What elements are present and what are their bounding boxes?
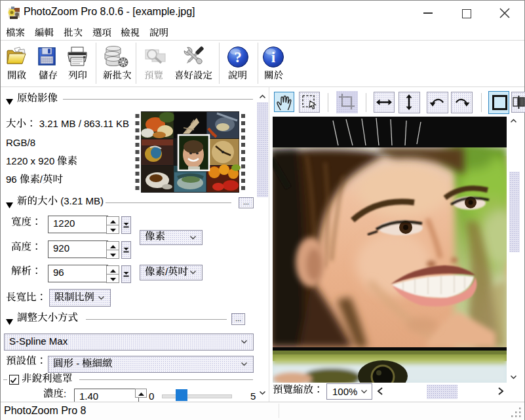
svg-text:i: i [271,49,276,66]
svg-text:?: ? [234,49,242,66]
